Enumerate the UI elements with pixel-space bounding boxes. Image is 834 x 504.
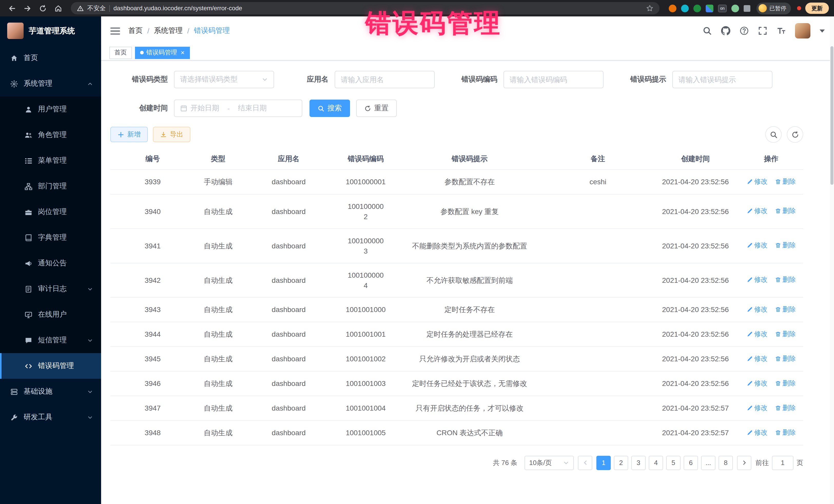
browser-back-icon[interactable] bbox=[5, 2, 19, 15]
page-button-3[interactable]: 3 bbox=[631, 456, 646, 470]
edit-link[interactable]: 修改 bbox=[746, 240, 768, 250]
reset-button[interactable]: 重置 bbox=[356, 100, 397, 117]
page-button-5[interactable]: 5 bbox=[666, 456, 681, 470]
extension-icon[interactable] bbox=[669, 4, 676, 12]
page-size-select[interactable]: 10条/页 bbox=[525, 456, 574, 470]
page-button-8[interactable]: 8 bbox=[719, 456, 733, 470]
extension-on-badge[interactable]: on bbox=[718, 4, 727, 12]
edit-link[interactable]: 修改 bbox=[746, 275, 768, 285]
show-search-toggle-button[interactable] bbox=[765, 126, 782, 143]
help-icon[interactable] bbox=[740, 26, 749, 36]
sidebar-item-label: 菜单管理 bbox=[38, 156, 93, 165]
sidebar-item-menu-management[interactable]: 菜单管理 bbox=[0, 148, 101, 174]
sidebar-item-post-management[interactable]: 岗位管理 bbox=[0, 199, 101, 225]
page-ellipsis[interactable]: ... bbox=[701, 456, 716, 470]
extension-icon[interactable] bbox=[681, 4, 689, 12]
delete-link[interactable]: 删除 bbox=[775, 206, 796, 216]
error-code-input[interactable] bbox=[510, 75, 597, 84]
edit-link[interactable]: 修改 bbox=[746, 403, 768, 413]
sidebar-item-sms-management[interactable]: 短信管理 bbox=[0, 327, 101, 353]
prev-page-button[interactable] bbox=[578, 456, 592, 470]
github-icon[interactable] bbox=[721, 26, 730, 36]
page-scrollbar[interactable] bbox=[830, 17, 834, 504]
browser-forward-icon[interactable] bbox=[21, 2, 34, 15]
bookmark-star-icon[interactable] bbox=[646, 5, 653, 12]
insecure-warning-icon[interactable] bbox=[77, 5, 84, 12]
sidebar-item-error-code-management[interactable]: 错误码管理 bbox=[0, 353, 101, 379]
sidebar-item-dev-tools[interactable]: 研发工具 bbox=[0, 404, 101, 430]
add-button[interactable]: 新增 bbox=[110, 127, 148, 142]
tab-error-code[interactable]: 错误码管理× bbox=[135, 46, 190, 59]
page-button-1[interactable]: 1 bbox=[596, 456, 611, 470]
tab-close-icon[interactable]: × bbox=[181, 49, 184, 56]
error-hint-input[interactable] bbox=[679, 75, 766, 84]
extension-icon[interactable] bbox=[706, 4, 714, 12]
user-avatar[interactable] bbox=[795, 23, 810, 39]
edit-link[interactable]: 修改 bbox=[746, 378, 768, 388]
delete-link[interactable]: 删除 bbox=[775, 304, 796, 314]
goto-page-input[interactable] bbox=[772, 456, 793, 470]
extension-icon[interactable] bbox=[694, 4, 701, 12]
delete-link[interactable]: 删除 bbox=[775, 275, 796, 285]
export-button[interactable]: 导出 bbox=[153, 127, 191, 142]
sidebar-item-notice[interactable]: 通知公告 bbox=[0, 250, 101, 276]
extensions-pin-icon[interactable] bbox=[744, 5, 750, 12]
page-button-4[interactable]: 4 bbox=[649, 456, 663, 470]
error-type-select[interactable]: 请选择错误码类型 bbox=[174, 71, 274, 88]
sidebar-item-user-management[interactable]: 用户管理 bbox=[0, 96, 101, 122]
delete-link[interactable]: 删除 bbox=[775, 427, 796, 438]
delete-link[interactable]: 删除 bbox=[775, 403, 796, 413]
edit-link[interactable]: 修改 bbox=[746, 304, 768, 314]
sidebar-item-dict-management[interactable]: 字典管理 bbox=[0, 225, 101, 250]
app-logo[interactable]: 芋道管理系统 bbox=[0, 17, 101, 45]
sidebar-item-dept-management[interactable]: 部门管理 bbox=[0, 174, 101, 199]
sidebar-item-system-management[interactable]: 系统管理 bbox=[0, 71, 101, 96]
delete-icon bbox=[775, 331, 781, 337]
delete-link[interactable]: 删除 bbox=[775, 240, 796, 250]
security-label[interactable]: 不安全 bbox=[87, 4, 106, 13]
edit-link[interactable]: 修改 bbox=[746, 176, 768, 187]
scrollbar-thumb[interactable] bbox=[830, 46, 833, 185]
delete-link[interactable]: 删除 bbox=[775, 176, 796, 187]
profile-paused-chip[interactable]: 已暂停 bbox=[756, 2, 791, 14]
sidebar-menu: 首页系统管理用户管理角色管理菜单管理部门管理岗位管理字典管理通知公告审计日志在线… bbox=[0, 45, 101, 504]
search-button[interactable]: 搜索 bbox=[309, 100, 350, 117]
url-text[interactable]: dashboard.yudao.iocoder.cn/system/error-… bbox=[113, 5, 242, 12]
edit-link[interactable]: 修改 bbox=[746, 427, 768, 438]
delete-link[interactable]: 删除 bbox=[775, 353, 796, 364]
sidebar-item-infrastructure[interactable]: 基础设施 bbox=[0, 379, 101, 404]
date-range-picker[interactable]: 开始日期 - 结束日期 bbox=[174, 100, 302, 117]
edit-link[interactable]: 修改 bbox=[746, 206, 768, 216]
delete-link-label: 删除 bbox=[783, 206, 796, 216]
edit-link[interactable]: 修改 bbox=[746, 353, 768, 364]
page-button-2[interactable]: 2 bbox=[614, 456, 628, 470]
sidebar-item-role-management[interactable]: 角色管理 bbox=[0, 122, 101, 148]
sidebar-toggle-icon[interactable] bbox=[110, 27, 120, 35]
next-page-button[interactable] bbox=[737, 456, 751, 470]
fullscreen-icon[interactable] bbox=[758, 26, 767, 36]
sidebar-item-online-users[interactable]: 在线用户 bbox=[0, 302, 101, 327]
sidebar-item-audit-log[interactable]: 审计日志 bbox=[0, 276, 101, 302]
font-size-icon[interactable] bbox=[776, 26, 786, 36]
breadcrumb-separator: / bbox=[187, 27, 190, 35]
extension-icon[interactable] bbox=[731, 4, 739, 12]
browser-update-button[interactable]: 更新 bbox=[805, 3, 829, 14]
tab-home[interactable]: 首页 bbox=[109, 46, 132, 59]
chevron-down-icon bbox=[262, 76, 268, 83]
table-refresh-button[interactable] bbox=[787, 126, 803, 143]
sidebar-item-home[interactable]: 首页 bbox=[0, 45, 101, 71]
cell-type: 自动生成 bbox=[195, 346, 241, 371]
delete-link[interactable]: 删除 bbox=[775, 378, 796, 388]
user-menu-caret-icon[interactable] bbox=[820, 29, 825, 32]
address-bar[interactable]: 不安全 dashboard.yudao.iocoder.cn/system/er… bbox=[71, 2, 659, 14]
breadcrumb-item[interactable]: 系统管理 bbox=[154, 26, 183, 36]
delete-link[interactable]: 删除 bbox=[775, 329, 796, 339]
breadcrumb-item[interactable]: 首页 bbox=[128, 26, 143, 36]
header-search-icon[interactable] bbox=[703, 26, 712, 36]
page-button-6[interactable]: 6 bbox=[684, 456, 698, 470]
chevron-up-icon bbox=[87, 81, 93, 86]
browser-reload-icon[interactable] bbox=[36, 2, 49, 15]
edit-link[interactable]: 修改 bbox=[746, 329, 768, 339]
browser-home-icon[interactable] bbox=[51, 2, 65, 15]
app-name-input[interactable] bbox=[341, 75, 429, 84]
